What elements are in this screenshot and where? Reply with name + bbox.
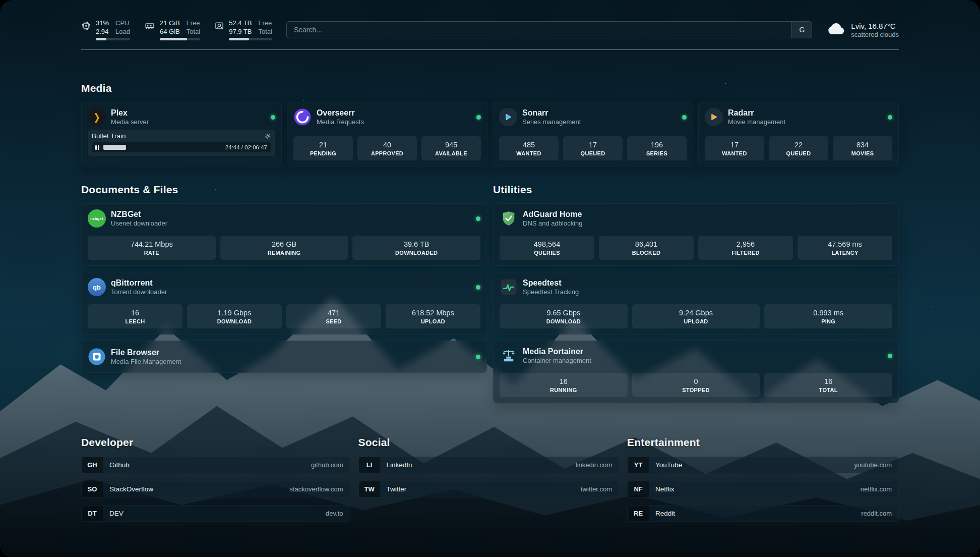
- stat-value: 196: [651, 141, 663, 149]
- service-card-plex[interactable]: ❯ Plex Media server Bullet Train: [81, 102, 282, 166]
- section-heading-media: Media: [81, 82, 899, 94]
- bookmark-abbr: LI: [359, 457, 380, 473]
- bookmark-label: LinkedIn: [387, 461, 412, 469]
- memory-total-value: 64 GiB: [160, 28, 180, 36]
- bookmark-url: netflix.com: [861, 485, 892, 493]
- stat-box: 0 STOPPED: [632, 373, 760, 397]
- stat-box: 618.52 Mbps UPLOAD: [386, 304, 480, 328]
- radarr-icon: [705, 108, 723, 126]
- gear-icon[interactable]: [264, 133, 271, 140]
- stat-box: 2,956 FILTERED: [698, 236, 793, 260]
- section-heading-utilities: Utilities: [493, 184, 899, 196]
- stat-label: TOTAL: [819, 387, 838, 393]
- bookmark-row-linkedin[interactable]: LI LinkedIn linkedin.com: [358, 457, 620, 473]
- stat-value: 16: [824, 377, 832, 385]
- bookmark-url: reddit.com: [861, 510, 892, 517]
- weather-location: Lviv, 16.87°C: [851, 22, 899, 30]
- stat-value: 86,401: [635, 240, 657, 248]
- memory-widget: 21 GiB Free 64 GiB Total: [144, 19, 200, 41]
- status-dot: [476, 355, 480, 359]
- disk-free-value: 52.4 TB: [229, 19, 252, 28]
- stat-box: 196 SERIES: [627, 136, 687, 160]
- stat-box: 16 RUNNING: [500, 373, 628, 397]
- bookmark-label: Github: [109, 461, 130, 469]
- service-card-nzbget[interactable]: nzbget NZBGet Usenet downloader 744.21 M…: [81, 203, 487, 266]
- service-card-filebrowser[interactable]: File Browser Media File Management: [81, 341, 487, 373]
- memory-free-value: 21 GiB: [160, 19, 180, 28]
- stat-label: AVAILABLE: [435, 150, 467, 156]
- disk-icon: [214, 21, 224, 41]
- section-heading-social: Social: [358, 436, 620, 449]
- stat-label: PING: [821, 318, 835, 324]
- service-card-portainer[interactable]: Media Portainer Container management 16 …: [493, 341, 899, 403]
- stat-box: 0.993 ms PING: [764, 304, 892, 328]
- bookmark-row-dev[interactable]: DT DEV dev.to: [81, 505, 350, 522]
- bookmark-row-stackoverflow[interactable]: SO StackOverflow stackoverflow.com: [81, 481, 350, 497]
- portainer-crane-icon: [500, 347, 518, 365]
- stat-box: 16 LEECH: [88, 304, 182, 328]
- stat-label: WANTED: [722, 150, 747, 156]
- search-input[interactable]: [286, 21, 812, 38]
- stat-box: 485 WANTED: [499, 136, 559, 160]
- stat-label: LEECH: [126, 318, 145, 324]
- stat-label: SERIES: [646, 150, 667, 156]
- stat-label: QUEUED: [581, 150, 605, 156]
- bookmark-row-youtube[interactable]: YT YouTube youtube.com: [627, 457, 899, 473]
- bookmark-row-netflix[interactable]: NF Netflix netflix.com: [627, 481, 899, 497]
- service-subtitle: DNS and adblocking: [523, 219, 583, 227]
- service-subtitle: Media server: [111, 118, 149, 126]
- stat-value: 17: [730, 141, 739, 149]
- stat-label: BLOCKED: [632, 250, 661, 256]
- bookmark-url: linkedin.com: [576, 461, 612, 469]
- plex-icon: ❯: [88, 108, 106, 126]
- stat-box: 945 AVAILABLE: [421, 136, 481, 160]
- stat-box: 17 QUEUED: [563, 136, 623, 160]
- stat-box: 266 GB REMAINING: [220, 236, 348, 260]
- header-divider: [81, 49, 899, 50]
- stat-value: 744.21 Mbps: [131, 240, 173, 248]
- plex-progress-bar[interactable]: 24:44 / 02:06:47: [92, 142, 271, 152]
- service-card-adguard[interactable]: AdGuard Home DNS and adblocking 498,564 …: [493, 203, 899, 266]
- disk-free-label: Free: [258, 19, 272, 28]
- status-dot: [476, 216, 480, 221]
- service-title: qBittorrent: [111, 278, 167, 288]
- service-title: Radarr: [728, 108, 785, 118]
- stat-label: MOVIES: [851, 150, 874, 156]
- stat-value: 1.19 Gbps: [218, 309, 252, 317]
- stat-value: 498,564: [534, 240, 560, 248]
- plex-elapsed-time: 24:44 / 02:06:47: [225, 144, 267, 150]
- service-card-sonarr[interactable]: Sonarr Series management 485 WANTED 17 Q…: [493, 102, 693, 166]
- bookmark-url: github.com: [311, 461, 343, 469]
- stat-box: 22 QUEUED: [769, 136, 828, 160]
- bookmark-group-entertainment: Entertainment YT YouTube youtube.com NF …: [627, 436, 899, 529]
- stat-label: SEED: [326, 318, 341, 324]
- stat-box: 9.65 Gbps DOWNLOAD: [500, 304, 628, 328]
- bookmark-row-reddit[interactable]: RE Reddit reddit.com: [627, 505, 899, 522]
- stat-label: DOWNLOADED: [395, 250, 438, 256]
- stat-value: 17: [589, 141, 597, 149]
- service-card-qbittorrent[interactable]: qb qBittorrent Torrent downloader 16 LEE…: [81, 272, 487, 335]
- stat-box: 498,564 QUERIES: [500, 236, 594, 260]
- section-heading-documents: Documents & Files: [81, 184, 487, 196]
- stat-box: 9.24 Gbps UPLOAD: [632, 304, 760, 328]
- stat-value: 22: [794, 141, 803, 149]
- service-title: File Browser: [111, 348, 181, 357]
- service-card-speedtest[interactable]: Speedtest Speedtest Tracking 9.65 Gbps D…: [493, 272, 899, 335]
- stat-label: RUNNING: [550, 387, 577, 393]
- stat-label: PENDING: [310, 150, 336, 156]
- search-provider-button[interactable]: G: [791, 22, 812, 38]
- service-card-radarr[interactable]: Radarr Movie management 17 WANTED 22 QUE…: [698, 102, 899, 166]
- stat-label: UPLOAD: [421, 318, 445, 324]
- disk-total-value: 97.9 TB: [229, 28, 252, 36]
- status-dot: [888, 115, 892, 120]
- now-playing-title: Bullet Train: [92, 132, 126, 140]
- bookmark-row-github[interactable]: GH Github github.com: [81, 457, 350, 473]
- service-card-overseerr[interactable]: Overseerr Media Requests 21 PENDING 40 A…: [287, 102, 487, 166]
- speedtest-icon: [500, 278, 518, 296]
- stat-value: 16: [131, 309, 139, 317]
- bookmark-row-twitter[interactable]: TW Twitter twitter.com: [358, 481, 620, 497]
- pause-icon[interactable]: [95, 145, 99, 150]
- bookmark-label: DEV: [109, 510, 124, 517]
- bookmark-abbr: NF: [628, 481, 649, 497]
- bookmark-abbr: TW: [359, 481, 380, 497]
